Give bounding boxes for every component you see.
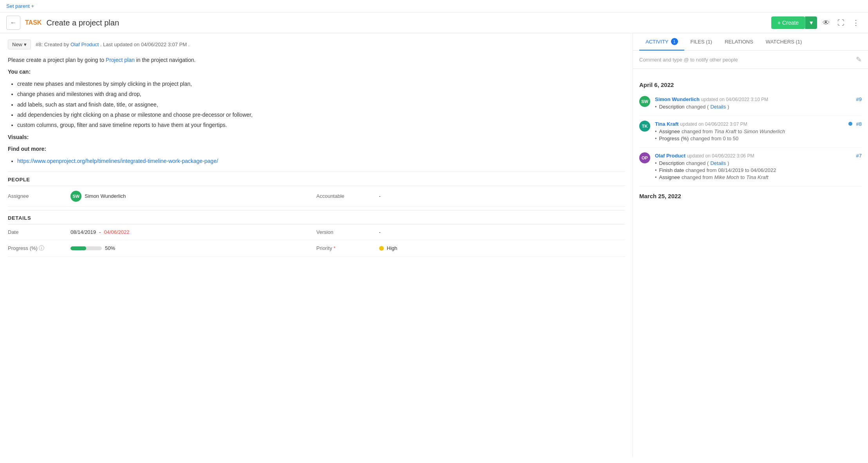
activity-name-8: Tina Kraft	[655, 121, 678, 127]
activity-header-8: Tina Kraft updated on 04/06/2022 3:07 PM…	[655, 121, 862, 127]
details-section-header: DETAILS	[8, 210, 625, 224]
date-group-april: April 6, 2022	[639, 75, 862, 91]
activity-change-7-3: Assignee changed from Mike Moch to Tina …	[655, 174, 862, 180]
activity-time-7: updated on 04/06/2022 3:06 PM	[687, 153, 754, 159]
status-meta: #8: Created by Olaf Product . Last updat…	[36, 42, 190, 47]
tab-activity-badge: 1	[671, 38, 678, 45]
left-panel: New ▾ #8: Created by Olaf Product . Last…	[0, 33, 633, 457]
status-badge[interactable]: New ▾	[8, 40, 31, 49]
avatar-op: OP	[639, 152, 650, 163]
create-button[interactable]: + Create	[771, 16, 805, 29]
list-item: https://www.openproject.org/help/timelin…	[17, 157, 625, 165]
priority-label: Priority *	[316, 245, 379, 251]
openproject-link[interactable]: https://www.openproject.org/help/timelin…	[17, 158, 218, 164]
tab-watchers-label: WATCHERS (1)	[766, 39, 802, 45]
fullscreen-button[interactable]: ⛶	[835, 16, 847, 29]
bullet-list: create new phases and milestones by simp…	[17, 80, 625, 130]
activity-name-wrapper-8: Tina Kraft updated on 04/06/2022 3:07 PM	[655, 121, 747, 127]
tab-relations[interactable]: RELATIONS	[718, 33, 760, 51]
activity-change-7-1: Description changed ( Details )	[655, 160, 862, 166]
date-end: 04/06/2022	[104, 229, 129, 235]
activity-change-8-2: Progress (%) changed from 0 to 50	[655, 136, 862, 141]
activity-entry-9: SW Simon Wunderlich updated on 04/06/202…	[639, 91, 862, 116]
activity-header-9: Simon Wunderlich updated on 04/06/2022 3…	[655, 96, 862, 102]
priority-dot	[379, 246, 384, 251]
list-item: add dependencies by right clicking on a …	[17, 110, 625, 119]
activity-id-7: #7	[856, 153, 862, 159]
tab-activity[interactable]: ACTIVITY 1	[639, 33, 684, 51]
you-can-label: You can:	[8, 67, 625, 76]
description: Please create a project plan by going to…	[8, 56, 625, 165]
author-link[interactable]: Olaf Product	[71, 42, 99, 47]
progress-bar-bg	[71, 246, 102, 250]
date-group-march: March 25, 2022	[639, 186, 862, 203]
activity-time-9: updated on 04/06/2022 3:10 PM	[701, 97, 768, 102]
progress-bar-container: 50%	[71, 245, 115, 251]
tab-files[interactable]: FILES (1)	[684, 33, 719, 51]
details-link-9[interactable]: Details	[710, 104, 726, 110]
task-title: Create a project plan	[46, 18, 119, 27]
activity-id-9: #9	[856, 96, 862, 102]
date-start: 08/14/2019	[71, 229, 96, 235]
priority-required: *	[334, 245, 336, 251]
tab-watchers[interactable]: WATCHERS (1)	[760, 33, 808, 51]
activity-content-8: Tina Kraft updated on 04/06/2022 3:07 PM…	[655, 121, 862, 143]
project-plan-link[interactable]: Project plan	[106, 57, 136, 63]
assignee-value: SW Simon Wunderlich	[71, 191, 126, 202]
activity-content-9: Simon Wunderlich updated on 04/06/2022 3…	[655, 96, 862, 111]
create-dropdown-arrow[interactable]: ▼	[805, 16, 817, 29]
right-panel: ACTIVITY 1 FILES (1) RELATIONS WATCHERS …	[633, 33, 868, 457]
assignee-label: Assignee	[8, 193, 71, 199]
comment-input-area[interactable]: Comment and type @ to notify other peopl…	[633, 51, 868, 69]
more-options-button[interactable]: ⋮	[850, 16, 862, 29]
people-section-header: PEOPLE	[8, 172, 625, 186]
accountable-field: Accountable -	[316, 186, 625, 207]
details-link-7[interactable]: Details	[710, 160, 726, 166]
progress-help-icon[interactable]: ⓘ	[39, 245, 44, 251]
tab-files-label: FILES (1)	[691, 39, 712, 45]
version-value: -	[379, 229, 381, 235]
date-value: 08/14/2019 - 04/06/2022	[71, 229, 130, 235]
progress-field: Progress (%) ⓘ 50%	[8, 240, 316, 257]
tab-activity-label: ACTIVITY	[646, 39, 669, 45]
activity-change-9-1: Description changed ( Details )	[655, 104, 862, 110]
activity-content-7: Olaf Product updated on 04/06/2022 3:06 …	[655, 152, 862, 181]
issue-number: #8:	[36, 42, 43, 47]
visuals-label: Visuals:	[8, 133, 625, 141]
description-intro: Please create a project plan by going to…	[8, 56, 625, 64]
back-button[interactable]: ←	[6, 16, 20, 30]
list-item: create new phases and milestones by simp…	[17, 80, 625, 88]
edit-icon: ✎	[856, 55, 862, 64]
accountable-value: -	[379, 193, 381, 199]
tab-relations-label: RELATIONS	[725, 39, 753, 45]
links-list: https://www.openproject.org/help/timelin…	[17, 157, 625, 165]
activity-change-8-1: Assignee changed from Tina Kraft to Simo…	[655, 128, 862, 134]
create-btn-wrapper: + Create ▼	[771, 16, 817, 29]
list-item: change phases and milestones with drag a…	[17, 90, 625, 98]
list-item: add labels, such as start and finish dat…	[17, 100, 625, 109]
priority-value: High	[379, 245, 398, 251]
assignee-name: Simon Wunderlich	[85, 193, 126, 199]
activity-name-9: Simon Wunderlich	[655, 96, 700, 102]
activity-entry-8: TK Tina Kraft updated on 04/06/2022 3:07…	[639, 116, 862, 148]
activity-name-7: Olaf Product	[655, 153, 685, 159]
header-left: ← TASK Create a project plan	[6, 16, 119, 30]
blue-dot-8	[848, 122, 852, 126]
status-row: New ▾ #8: Created by Olaf Product . Last…	[8, 40, 625, 49]
eye-button[interactable]: 👁	[820, 16, 832, 29]
activity-change-7-2: Finish date changed from 08/14/2019 to 0…	[655, 167, 862, 173]
activity-entry-7: OP Olaf Product updated on 04/06/2022 3:…	[639, 148, 862, 186]
activity-time-8: updated on 04/06/2022 3:07 PM	[680, 121, 747, 127]
avatar-tk: TK	[639, 121, 650, 132]
version-label: Version	[316, 229, 379, 235]
progress-text: 50%	[105, 245, 115, 251]
header: ← TASK Create a project plan + Create ▼ …	[0, 13, 868, 33]
set-parent-link[interactable]: Set parent +	[6, 3, 34, 9]
list-item: custom columns, group, filter and save t…	[17, 121, 625, 129]
people-grid: Assignee SW Simon Wunderlich Accountable…	[8, 186, 625, 207]
tabs-bar: ACTIVITY 1 FILES (1) RELATIONS WATCHERS …	[633, 33, 868, 51]
details-grid: Date 08/14/2019 - 04/06/2022 Version - P…	[8, 224, 625, 257]
task-label: TASK	[25, 19, 42, 26]
created-text: Created by	[44, 42, 69, 47]
priority-field: Priority * High	[316, 240, 625, 257]
